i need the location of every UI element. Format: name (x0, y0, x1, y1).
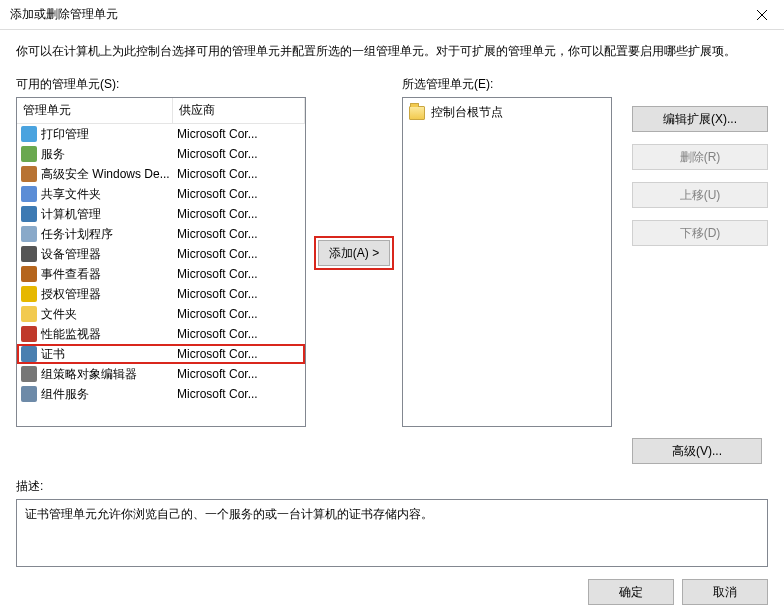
snapin-vendor: Microsoft Cor... (173, 227, 305, 241)
list-item[interactable]: 打印管理Microsoft Cor... (17, 124, 305, 144)
title-bar: 添加或删除管理单元 (0, 0, 784, 30)
snapin-vendor: Microsoft Cor... (173, 367, 305, 381)
selected-treeview[interactable]: 控制台根节点 (402, 97, 612, 427)
snapin-icon (21, 246, 37, 262)
snapin-vendor: Microsoft Cor... (173, 307, 305, 321)
list-item[interactable]: 组策略对象编辑器Microsoft Cor... (17, 364, 305, 384)
advanced-button[interactable]: 高级(V)... (632, 438, 762, 464)
description-box: 证书管理单元允许你浏览自己的、一个服务的或一台计算机的证书存储内容。 (16, 499, 768, 567)
snapin-name: 共享文件夹 (41, 186, 101, 203)
column-header-vendor[interactable]: 供应商 (173, 98, 305, 123)
cancel-button[interactable]: 取消 (682, 579, 768, 605)
list-item[interactable]: 文件夹Microsoft Cor... (17, 304, 305, 324)
dialog-body: 你可以在计算机上为此控制台选择可用的管理单元并配置所选的一组管理单元。对于可扩展… (0, 30, 784, 612)
right-buttons: 编辑扩展(X)... 删除(R) 上移(U) 下移(D) 高级(V)... (620, 76, 768, 464)
list-item[interactable]: 组件服务Microsoft Cor... (17, 384, 305, 404)
list-item[interactable]: 共享文件夹Microsoft Cor... (17, 184, 305, 204)
dialog-title: 添加或删除管理单元 (10, 6, 118, 23)
move-down-button[interactable]: 下移(D) (632, 220, 768, 246)
snapin-name: 授权管理器 (41, 286, 101, 303)
add-button[interactable]: 添加(A) > (318, 240, 390, 266)
snapin-name: 性能监视器 (41, 326, 101, 343)
snapin-icon (21, 346, 37, 362)
snapin-icon (21, 186, 37, 202)
snapin-icon (21, 126, 37, 142)
snapin-name: 计算机管理 (41, 206, 101, 223)
snapin-vendor: Microsoft Cor... (173, 127, 305, 141)
close-button[interactable] (739, 0, 784, 30)
list-item[interactable]: 任务计划程序Microsoft Cor... (17, 224, 305, 244)
snapin-icon (21, 146, 37, 162)
listview-header: 管理单元 供应商 (17, 98, 305, 124)
snapin-vendor: Microsoft Cor... (173, 247, 305, 261)
spacer: 高级(V)... (632, 258, 768, 464)
snapin-vendor: Microsoft Cor... (173, 187, 305, 201)
snapin-icon (21, 326, 37, 342)
tree-root-label: 控制台根节点 (431, 104, 503, 121)
snapin-vendor: Microsoft Cor... (173, 267, 305, 281)
snapin-name: 设备管理器 (41, 246, 101, 263)
intro-text: 你可以在计算机上为此控制台选择可用的管理单元并配置所选的一组管理单元。对于可扩展… (16, 42, 768, 60)
snapin-name: 事件查看器 (41, 266, 101, 283)
snapin-name: 组件服务 (41, 386, 89, 403)
tree-root-item[interactable]: 控制台根节点 (407, 102, 607, 123)
listview-body: 打印管理Microsoft Cor...服务Microsoft Cor...高级… (17, 124, 305, 426)
bottom-buttons: 确定 取消 (16, 579, 768, 605)
available-listview[interactable]: 管理单元 供应商 打印管理Microsoft Cor...服务Microsoft… (16, 97, 306, 427)
available-section: 可用的管理单元(S): 管理单元 供应商 打印管理Microsoft Cor..… (16, 76, 306, 427)
snapin-name: 文件夹 (41, 306, 77, 323)
snapin-vendor: Microsoft Cor... (173, 287, 305, 301)
snapin-vendor: Microsoft Cor... (173, 347, 305, 361)
snapin-vendor: Microsoft Cor... (173, 167, 305, 181)
folder-icon (409, 106, 425, 120)
list-item[interactable]: 事件查看器Microsoft Cor... (17, 264, 305, 284)
available-label: 可用的管理单元(S): (16, 76, 306, 93)
snapin-vendor: Microsoft Cor... (173, 207, 305, 221)
snapin-vendor: Microsoft Cor... (173, 147, 305, 161)
columns: 可用的管理单元(S): 管理单元 供应商 打印管理Microsoft Cor..… (16, 76, 768, 464)
snapin-name: 组策略对象编辑器 (41, 366, 137, 383)
snapin-icon (21, 266, 37, 282)
snapin-name: 打印管理 (41, 126, 89, 143)
ok-button[interactable]: 确定 (588, 579, 674, 605)
list-item[interactable]: 授权管理器Microsoft Cor... (17, 284, 305, 304)
snapin-icon (21, 286, 37, 302)
snapin-name: 服务 (41, 146, 65, 163)
snapin-vendor: Microsoft Cor... (173, 327, 305, 341)
list-item[interactable]: 证书Microsoft Cor... (17, 344, 305, 364)
snapin-icon (21, 206, 37, 222)
list-item[interactable]: 设备管理器Microsoft Cor... (17, 244, 305, 264)
snapin-vendor: Microsoft Cor... (173, 387, 305, 401)
list-item[interactable]: 计算机管理Microsoft Cor... (17, 204, 305, 224)
description-label: 描述: (16, 478, 768, 495)
selected-section: 所选管理单元(E): 控制台根节点 (402, 76, 612, 427)
remove-button[interactable]: 删除(R) (632, 144, 768, 170)
list-item[interactable]: 服务Microsoft Cor... (17, 144, 305, 164)
list-item[interactable]: 性能监视器Microsoft Cor... (17, 324, 305, 344)
snapin-icon (21, 226, 37, 242)
snapin-icon (21, 166, 37, 182)
add-button-highlight: 添加(A) > (314, 236, 394, 270)
selected-label: 所选管理单元(E): (402, 76, 612, 93)
description-text: 证书管理单元允许你浏览自己的、一个服务的或一台计算机的证书存储内容。 (25, 507, 433, 521)
move-up-button[interactable]: 上移(U) (632, 182, 768, 208)
snapin-icon (21, 386, 37, 402)
column-header-name[interactable]: 管理单元 (17, 98, 173, 123)
snapin-name: 高级安全 Windows De... (41, 166, 170, 183)
close-icon (757, 10, 767, 20)
snapin-name: 任务计划程序 (41, 226, 113, 243)
list-item[interactable]: 高级安全 Windows De...Microsoft Cor... (17, 164, 305, 184)
snapin-icon (21, 366, 37, 382)
edit-extensions-button[interactable]: 编辑扩展(X)... (632, 106, 768, 132)
snapin-name: 证书 (41, 346, 65, 363)
snapin-icon (21, 306, 37, 322)
add-column: 添加(A) > (314, 76, 394, 270)
